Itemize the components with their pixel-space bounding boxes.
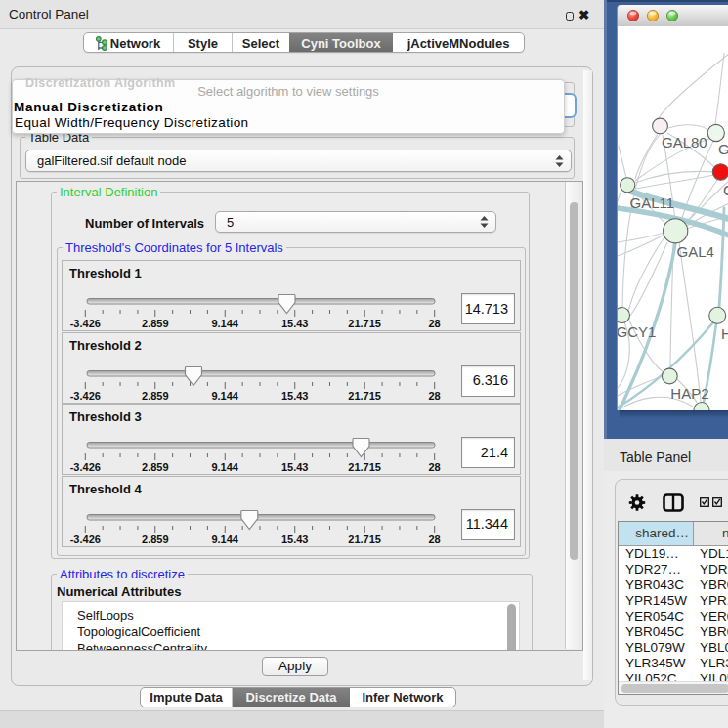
svg-text:2.859: 2.859 [142,461,169,473]
svg-text:2.859: 2.859 [142,390,169,402]
svg-text:-3.426: -3.426 [70,318,101,329]
svg-text:28: 28 [428,461,440,473]
svg-text:21.715: 21.715 [348,534,381,545]
svg-text:GCY1: GCY1 [617,323,656,340]
svg-text:C: C [723,182,728,198]
svg-text:9.144: 9.144 [211,461,238,473]
svg-text:GAL4: GAL4 [677,243,714,260]
svg-text:15.43: 15.43 [281,534,309,545]
svg-text:-3.426: -3.426 [70,461,101,473]
svg-text:21.715: 21.715 [348,461,381,473]
svg-text:G: G [718,141,728,157]
svg-text:28: 28 [428,390,440,402]
svg-text:15.43: 15.43 [281,318,309,329]
svg-text:9.144: 9.144 [211,318,238,329]
svg-text:HAP2: HAP2 [670,385,708,402]
svg-text:28: 28 [428,534,440,545]
svg-text:2.859: 2.859 [142,318,169,329]
svg-text:15.43: 15.43 [281,390,309,402]
svg-text:2.859: 2.859 [142,534,169,545]
svg-text:GAL11: GAL11 [630,194,675,211]
svg-text:15.43: 15.43 [281,461,309,473]
svg-text:-3.426: -3.426 [70,534,101,545]
svg-text:28: 28 [428,318,440,329]
svg-text:21.715: 21.715 [348,318,381,329]
svg-text:H: H [721,325,728,342]
svg-text:9.144: 9.144 [211,390,238,402]
svg-text:9.144: 9.144 [211,534,238,545]
svg-text:21.715: 21.715 [348,390,381,402]
svg-text:-3.426: -3.426 [70,390,101,402]
svg-text:GAL80: GAL80 [662,134,707,150]
